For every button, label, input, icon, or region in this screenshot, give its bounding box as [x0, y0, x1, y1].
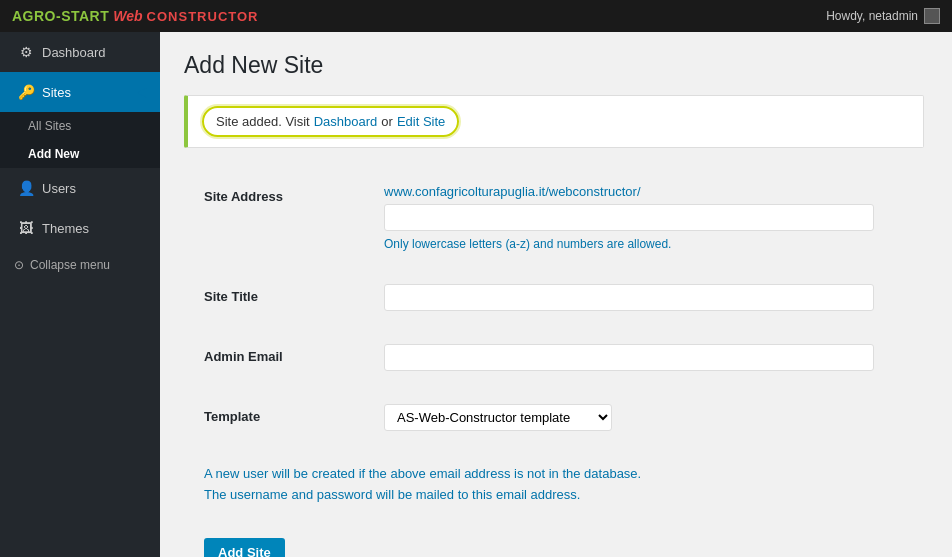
content-wrap: Add New Site Site added. Visit Dashboard… — [184, 52, 924, 557]
site-address-row: Site Address www.confagricolturapuglia.i… — [184, 168, 924, 268]
template-label: Template — [204, 404, 384, 424]
sidebar-label-themes: Themes — [42, 221, 89, 236]
notice-box: Site added. Visit Dashboard or Edit Site — [184, 95, 924, 148]
page-title: Add New Site — [184, 52, 924, 79]
template-row: Template AS-Web-Constructor template — [184, 388, 924, 448]
user-greeting: Howdy, netadmin — [826, 9, 918, 23]
chevron-icon: ◀ — [137, 85, 146, 99]
sites-icon: 🔑 — [18, 84, 34, 100]
site-address-input[interactable] — [384, 204, 874, 231]
users-icon: 👤 — [18, 180, 34, 196]
admin-email-input[interactable] — [384, 344, 874, 371]
sidebar-item-add-new[interactable]: Add New — [0, 140, 160, 168]
site-address-field: www.confagricolturapuglia.it/webconstruc… — [384, 184, 904, 251]
site-address-label: Site Address — [204, 184, 384, 204]
dashboard-icon: ⚙ — [18, 44, 34, 60]
sidebar-item-all-sites[interactable]: All Sites — [0, 112, 160, 140]
layout: ⚙ Dashboard 🔑 Sites ◀ All Sites Add New … — [0, 32, 952, 557]
top-bar-user: Howdy, netadmin — [826, 8, 940, 24]
admin-email-label: Admin Email — [204, 344, 384, 364]
sidebar-item-users[interactable]: 👤 Users — [0, 168, 160, 208]
form-container: Site Address www.confagricolturapuglia.i… — [184, 168, 924, 557]
all-sites-label: All Sites — [28, 119, 71, 133]
admin-email-row: Admin Email — [184, 328, 924, 388]
avatar — [924, 8, 940, 24]
collapse-label: Collapse menu — [30, 258, 110, 272]
sidebar-item-themes[interactable]: 🖼 Themes — [0, 208, 160, 248]
add-new-label: Add New — [28, 147, 79, 161]
sidebar-item-sites[interactable]: 🔑 Sites ◀ — [0, 72, 160, 112]
site-title-field — [384, 284, 904, 311]
template-field: AS-Web-Constructor template — [384, 404, 904, 431]
themes-icon: 🖼 — [18, 220, 34, 236]
site-address-hint: Only lowercase letters (a-z) and numbers… — [384, 237, 904, 251]
site-title-label: Site Title — [204, 284, 384, 304]
notice-highlight: Site added. Visit Dashboard or Edit Site — [202, 106, 459, 137]
logo-web: Web — [113, 8, 142, 24]
logo-agro: AGRO-START — [12, 8, 109, 24]
logo-constructor: CONSTRUCTOR — [147, 9, 259, 24]
notice-or: or — [381, 114, 393, 129]
collapse-icon: ⊙ — [14, 258, 24, 272]
sidebar-label-sites: Sites — [42, 85, 71, 100]
template-select[interactable]: AS-Web-Constructor template — [384, 404, 612, 431]
site-title-row: Site Title — [184, 268, 924, 328]
collapse-menu-button[interactable]: ⊙ Collapse menu — [0, 248, 160, 282]
info-line2: The username and password will be mailed… — [204, 485, 904, 506]
main-content: Add New Site Site added. Visit Dashboard… — [160, 32, 952, 557]
sidebar-item-dashboard[interactable]: ⚙ Dashboard — [0, 32, 160, 72]
sidebar: ⚙ Dashboard 🔑 Sites ◀ All Sites Add New … — [0, 32, 160, 557]
sites-submenu: All Sites Add New — [0, 112, 160, 168]
site-url-display: www.confagricolturapuglia.it/webconstruc… — [384, 184, 904, 199]
top-bar: AGRO-START Web CONSTRUCTOR Howdy, netadm… — [0, 0, 952, 32]
site-title-input[interactable] — [384, 284, 874, 311]
sidebar-label-users: Users — [42, 181, 76, 196]
add-site-button[interactable]: Add Site — [204, 538, 285, 557]
logo: AGRO-START Web CONSTRUCTOR — [12, 8, 258, 24]
info-line1: A new user will be created if the above … — [204, 464, 904, 485]
notice-text: Site added. Visit — [216, 114, 310, 129]
info-section: A new user will be created if the above … — [184, 448, 924, 522]
notice-edit-link[interactable]: Edit Site — [397, 114, 445, 129]
sidebar-label-dashboard: Dashboard — [42, 45, 106, 60]
notice-dashboard-link[interactable]: Dashboard — [314, 114, 378, 129]
admin-email-field — [384, 344, 904, 371]
